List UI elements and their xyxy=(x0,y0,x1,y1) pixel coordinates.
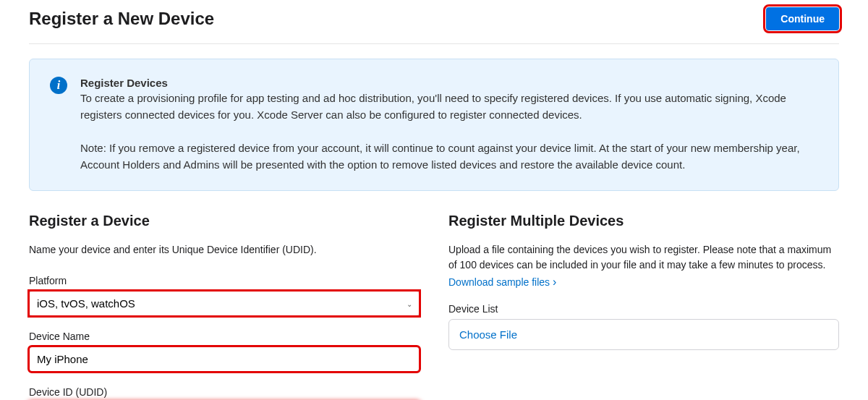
info-icon: i xyxy=(50,77,67,94)
info-title: Register Devices xyxy=(80,77,818,89)
single-desc: Name your device and enter its Unique De… xyxy=(29,242,420,258)
single-title: Register a Device xyxy=(29,213,420,229)
register-multiple-column: Register Multiple Devices Upload a file … xyxy=(448,213,839,400)
device-name-group: Device Name xyxy=(29,331,420,372)
multiple-title: Register Multiple Devices xyxy=(448,213,839,229)
multiple-desc: Upload a file containing the devices you… xyxy=(448,242,839,273)
info-content: Register Devices To create a provisionin… xyxy=(80,77,818,173)
device-list-label: Device List xyxy=(448,303,839,315)
platform-group: Platform iOS, tvOS, watchOS ⌄ xyxy=(29,275,420,316)
device-id-group: Device ID (UDID) xyxy=(29,386,420,400)
info-body: To create a provisioning profile for app… xyxy=(80,90,818,123)
platform-select[interactable]: iOS, tvOS, watchOS xyxy=(29,291,420,316)
form-columns: Register a Device Name your device and e… xyxy=(29,213,839,400)
page-header: Register a New Device Continue xyxy=(29,7,839,44)
info-icon-wrap: i xyxy=(50,77,67,173)
device-id-label: Device ID (UDID) xyxy=(29,386,420,398)
device-list-group: Device List Choose File xyxy=(448,303,839,350)
device-name-input[interactable] xyxy=(29,346,420,372)
info-note: Note: If you remove a registered device … xyxy=(80,140,818,173)
platform-label: Platform xyxy=(29,275,420,286)
device-name-label: Device Name xyxy=(29,331,420,342)
register-single-column: Register a Device Name your device and e… xyxy=(29,213,420,400)
page-title: Register a New Device xyxy=(29,9,214,29)
platform-select-wrapper: iOS, tvOS, watchOS ⌄ xyxy=(29,291,420,316)
choose-file-button[interactable]: Choose File xyxy=(448,319,839,350)
continue-button[interactable]: Continue xyxy=(766,7,839,30)
download-sample-link[interactable]: Download sample files xyxy=(448,276,556,289)
info-panel: i Register Devices To create a provision… xyxy=(29,59,839,191)
